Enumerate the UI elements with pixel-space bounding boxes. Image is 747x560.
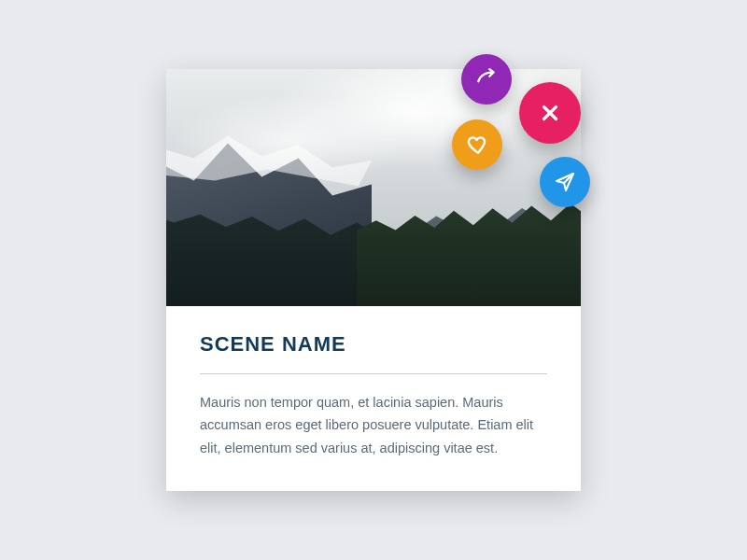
scene-title: SCENE NAME — [200, 332, 547, 357]
paper-plane-icon — [554, 171, 576, 193]
scene-card: SCENE NAME Mauris non tempor quam, et la… — [166, 69, 581, 492]
share-button[interactable] — [461, 54, 512, 105]
favorite-button[interactable] — [452, 119, 502, 170]
card-content: SCENE NAME Mauris non tempor quam, et la… — [166, 306, 581, 492]
share-icon — [474, 67, 499, 91]
divider — [200, 373, 547, 374]
close-button[interactable] — [519, 82, 581, 144]
heart-icon — [465, 133, 489, 157]
send-button[interactable] — [540, 157, 590, 207]
close-icon — [538, 101, 562, 125]
scene-description: Mauris non tempor quam, et lacinia sapie… — [200, 391, 547, 460]
action-cluster — [422, 54, 609, 222]
